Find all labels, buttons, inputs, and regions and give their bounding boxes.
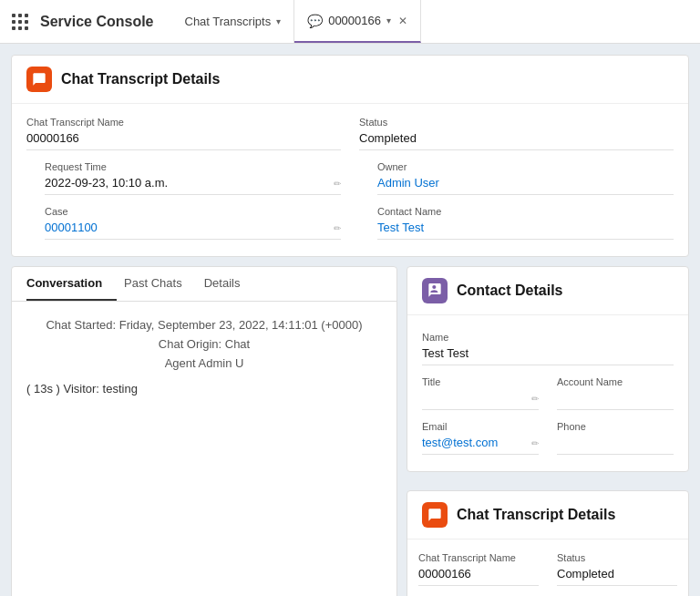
- contact-row-email-phone: Email test@test.com Phone: [422, 416, 674, 460]
- app-launcher-icon[interactable]: [7, 9, 33, 35]
- tab-record-label: 00000166: [328, 14, 381, 27]
- contact-label-email: Email: [422, 421, 539, 432]
- bottom-transcript-body: Chat Transcript Name 00000166 Request Ti…: [407, 539, 688, 596]
- owner-link[interactable]: Admin User: [377, 176, 439, 190]
- svg-rect-7: [18, 26, 22, 30]
- bottom-field-transcript-name: Chat Transcript Name 00000166: [418, 547, 539, 591]
- contact-row-title-account: Title Account Name: [422, 371, 674, 416]
- bottom-transcript-card-header: Chat Transcript Details: [407, 491, 688, 539]
- chevron-down-icon: ▾: [276, 16, 281, 26]
- field-owner: Owner Admin User: [359, 156, 674, 200]
- chat-icon: 💬: [307, 14, 323, 28]
- svg-rect-0: [12, 14, 15, 17]
- field-value-case: 00001100: [45, 220, 341, 240]
- field-value-transcript-name: 00000166: [26, 130, 341, 150]
- svg-rect-6: [12, 26, 15, 30]
- edit-email-icon[interactable]: [531, 436, 539, 449]
- right-panel: Contact Details Name Test Test Title: [407, 266, 689, 596]
- field-value-status: Completed: [359, 130, 674, 150]
- contact-field-title: Title: [422, 371, 539, 416]
- bottom-field-owner: Owner Admin User: [557, 591, 677, 596]
- svg-rect-5: [25, 20, 28, 24]
- field-label-contact-name: Contact Name: [377, 206, 674, 217]
- tab-chat-transcripts[interactable]: Chat Transcripts ▾: [172, 0, 295, 43]
- field-value-owner: Admin User: [377, 175, 674, 195]
- contact-field-account: Account Name: [539, 371, 674, 416]
- top-nav: Service Console Chat Transcripts ▾ 💬 000…: [0, 0, 700, 44]
- field-label-case: Case: [45, 206, 341, 217]
- svg-rect-1: [18, 14, 22, 17]
- field-contact-name: Contact Name Test Test: [359, 200, 674, 245]
- bottom-value-transcript-name: 00000166: [418, 566, 539, 586]
- inner-tabs: Conversation Past Chats Details: [12, 267, 396, 302]
- edit-request-time-icon[interactable]: [334, 176, 341, 190]
- contact-label-account: Account Name: [557, 376, 674, 387]
- contact-name-link[interactable]: Test Test: [377, 221, 424, 234]
- svg-rect-2: [25, 14, 28, 17]
- tab-details[interactable]: Details: [204, 267, 255, 301]
- field-value-contact-name: Test Test: [377, 220, 674, 240]
- tab-record[interactable]: 💬 00000166 ▾ ✕: [294, 0, 421, 43]
- bottom-field-status: Status Completed: [557, 547, 677, 591]
- transcript-card-icon: [26, 67, 52, 92]
- svg-rect-4: [18, 20, 22, 24]
- field-label-request-time: Request Time: [45, 161, 341, 172]
- tab-label: Chat Transcripts: [185, 15, 272, 28]
- app-name: Service Console: [40, 14, 154, 30]
- bottom-transcript-left: Chat Transcript Name 00000166 Request Ti…: [418, 547, 539, 596]
- conversation-meta: Chat Started: Friday, September 23, 2022…: [26, 316, 382, 373]
- chat-origin: Chat Origin: Chat: [26, 335, 382, 355]
- top-transcript-card-header: Chat Transcript Details: [12, 56, 688, 104]
- tab-close-button[interactable]: ✕: [398, 15, 407, 27]
- bottom-transcript-card-title: Chat Transcript Details: [457, 507, 615, 523]
- conversation-card: Conversation Past Chats Details Chat Sta…: [11, 266, 397, 596]
- case-link[interactable]: 00001100: [45, 221, 98, 234]
- field-transcript-name: Chat Transcript Name 00000166: [26, 111, 341, 156]
- chat-started: Chat Started: Friday, September 23, 2022…: [26, 316, 382, 335]
- bottom-transcript-right: Status Completed Owner Admin User: [557, 547, 677, 596]
- bottom-label-status: Status: [557, 552, 677, 563]
- bottom-row: Conversation Past Chats Details Chat Sta…: [11, 266, 689, 596]
- field-label-transcript-name: Chat Transcript Name: [26, 117, 341, 128]
- contact-field-name: Name Test Test: [422, 326, 674, 371]
- contact-card-title: Contact Details: [457, 283, 562, 299]
- top-card-body: Chat Transcript Name 00000166 Request Ti…: [12, 104, 688, 256]
- conversation-body: Chat Started: Friday, September 23, 2022…: [12, 302, 396, 410]
- bottom-field-request-time: Request Time 2022-09-23, 10:10 a.m.: [418, 591, 539, 596]
- visitor-message: ( 13s ) Visitor: testing: [26, 382, 382, 396]
- bottom-transcript-card: Chat Transcript Details Chat Transcript …: [407, 490, 689, 596]
- contact-label-title: Title: [422, 376, 539, 387]
- chevron-down-icon-2: ▾: [386, 15, 391, 26]
- nav-tabs: Chat Transcripts ▾ 💬 00000166 ▾ ✕: [172, 0, 422, 43]
- tab-past-chats[interactable]: Past Chats: [124, 267, 197, 301]
- tab-conversation[interactable]: Conversation: [26, 267, 117, 301]
- contact-value-email: test@test.com: [422, 435, 539, 455]
- contact-card-icon: [422, 278, 448, 303]
- top-transcript-card: Chat Transcript Details Chat Transcript …: [11, 55, 689, 257]
- svg-rect-8: [25, 26, 28, 30]
- bottom-label-transcript-name: Chat Transcript Name: [418, 552, 539, 563]
- contact-label-name: Name: [422, 332, 674, 343]
- field-status: Status Completed: [359, 111, 674, 156]
- edit-title-icon[interactable]: [531, 391, 539, 405]
- contact-label-phone: Phone: [557, 421, 674, 432]
- bottom-transcript-icon: [422, 502, 448, 528]
- top-card-left: Chat Transcript Name 00000166 Request Ti…: [26, 111, 341, 245]
- contact-details-card: Contact Details Name Test Test Title: [407, 266, 689, 472]
- contact-value-phone: [557, 435, 674, 455]
- field-label-status: Status: [359, 117, 674, 128]
- agent-name: Agent Admin U: [26, 355, 382, 374]
- contact-card-body: Name Test Test Title Ac: [407, 315, 688, 471]
- contact-value-account: [557, 390, 674, 410]
- bottom-value-status: Completed: [557, 566, 677, 586]
- contact-field-email: Email test@test.com: [422, 416, 539, 460]
- top-transcript-card-title: Chat Transcript Details: [61, 71, 220, 87]
- edit-case-icon[interactable]: [334, 221, 341, 234]
- email-link[interactable]: test@test.com: [422, 436, 498, 449]
- contact-value-name: Test Test: [422, 345, 674, 365]
- field-case: Case 00001100: [26, 200, 341, 245]
- contact-field-phone: Phone: [539, 416, 674, 460]
- field-value-request-time: 2022-09-23, 10:10 a.m.: [45, 175, 341, 195]
- field-label-owner: Owner: [377, 161, 674, 172]
- main-content: Chat Transcript Details Chat Transcript …: [0, 44, 700, 596]
